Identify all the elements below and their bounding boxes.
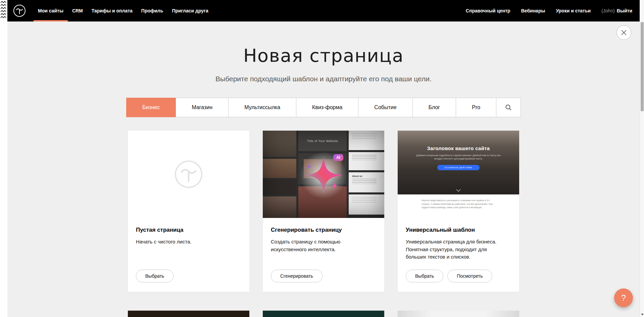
choose-button[interactable]: Выбрать (136, 270, 174, 282)
card-buttons: Выбрать Посмотреть (406, 270, 511, 282)
nav-item-webinars[interactable]: Вебинары (516, 0, 550, 21)
card-buttons: Сгенерировать (271, 270, 376, 282)
blank-page-preview (128, 131, 249, 218)
logout-link[interactable]: Выйти (617, 8, 632, 13)
preview-body: Коротко представьтесь и расскажите о ком… (398, 194, 519, 218)
close-button[interactable] (616, 25, 631, 40)
user-name: (John) (601, 8, 615, 13)
tab-event[interactable]: Событие (358, 98, 412, 117)
close-icon (621, 30, 627, 36)
partial-template-preview (128, 311, 249, 317)
help-button[interactable]: ? (614, 288, 633, 307)
nav-item-crm[interactable]: CRM (68, 0, 87, 21)
tab-quiz-form[interactable]: Квиз-форма (296, 98, 358, 117)
card-blank-page: Пустая страница Начать с чистого листа. … (128, 131, 249, 292)
nav-item-pricing[interactable]: Тарифы и оплата (87, 0, 137, 21)
preview-site-title: Заголовок вашего сайта (427, 145, 490, 151)
card-title: Сгенерировать страницу (271, 227, 376, 233)
preview-cover: Заголовок вашего сайта Добавьте интересн… (398, 131, 519, 194)
generate-button[interactable]: Сгенерировать (271, 270, 323, 282)
card-title: Универсальный шаблон (406, 227, 511, 233)
card-description: Универсальная страница для бизнеса. Поня… (406, 238, 506, 261)
ai-badge: AI (333, 154, 343, 161)
user-group: (John) Выйти (597, 0, 633, 21)
top-navbar: Мои сайты CRM Тарифы и оплата Профиль Пр… (7, 0, 640, 21)
card-partial (263, 311, 384, 317)
left-edge-strip (0, 0, 7, 317)
tilda-watermark-icon (173, 159, 204, 190)
vertical-scrollbar[interactable] (640, 0, 644, 317)
card-description: Создать страницу с помощью искусственног… (271, 238, 371, 253)
small-sparkle-icon (306, 164, 312, 169)
nav-item-lessons[interactable]: Уроки и статьи (551, 0, 595, 21)
tab-business[interactable]: Бизнес (126, 98, 176, 117)
partial-template-preview (398, 311, 519, 317)
card-description: Начать с чистого листа. (136, 238, 237, 246)
tab-pro[interactable]: Pro (456, 98, 496, 117)
template-cards-grid: Пустая страница Начать с чистого листа. … (128, 131, 519, 317)
preview-body-text: Коротко представьтесь и расскажите о ком… (422, 199, 495, 218)
search-icon (505, 104, 512, 111)
page-root: Мои сайты CRM Тарифы и оплата Профиль Пр… (7, 0, 640, 317)
nav-item-profile[interactable]: Профиль (137, 0, 168, 21)
tab-store[interactable]: Магазин (176, 98, 229, 117)
tab-multilink[interactable]: Мультиссылка (228, 98, 296, 117)
tilda-logo[interactable] (13, 4, 26, 17)
card-partial (398, 311, 519, 317)
universal-template-preview: Заголовок вашего сайта Добавьте интересн… (398, 131, 519, 218)
scrollbar-thumb[interactable] (641, 22, 644, 111)
nav-item-my-sites[interactable]: Мои сайты (34, 0, 68, 21)
tab-blog[interactable]: Блог (412, 98, 456, 117)
page-title: Новая страница (7, 45, 640, 66)
card-buttons: Выбрать (136, 270, 241, 282)
card-ai-generate: Title of Your Website About us (263, 131, 384, 292)
tilda-logo-icon (13, 4, 26, 17)
partial-template-preview (263, 311, 384, 317)
preview-cta-button: Основное действие (437, 165, 480, 170)
nav-item-help-center[interactable]: Справочный центр (461, 0, 515, 21)
card-body: Пустая страница Начать с чистого листа. … (128, 218, 249, 292)
card-body: Универсальный шаблон Универсальная стран… (398, 218, 519, 292)
nav-item-invite-friend[interactable]: Пригласи друга (167, 0, 212, 21)
card-title: Пустая страница (136, 227, 241, 233)
card-body: Сгенерировать страницу Создать страницу … (263, 218, 384, 292)
navbar-left-group: Мои сайты CRM Тарифы и оплата Профиль Пр… (34, 0, 213, 21)
page-subtitle: Выберите подходящий шаблон и адаптируйте… (7, 75, 640, 83)
view-button[interactable]: Посмотреть (447, 270, 492, 282)
chevron-down-icon (456, 189, 461, 192)
tab-search[interactable] (496, 98, 521, 117)
small-sparkle-icon (331, 182, 338, 189)
template-category-tabs: Бизнес Магазин Мультиссылка Квиз-форма С… (7, 98, 640, 117)
preview-site-subtitle: Добавьте интересные подробности о вашей … (415, 154, 502, 161)
card-universal-template: Заголовок вашего сайта Добавьте интересн… (398, 131, 519, 292)
navbar-right-group: Справочный центр Вебинары Уроки и статьи… (461, 0, 633, 21)
choose-button[interactable]: Выбрать (406, 270, 443, 282)
scrollbar-down-arrow-icon[interactable] (640, 312, 644, 317)
card-partial (128, 311, 249, 317)
zigzag-pattern-icon (0, 0, 7, 19)
ai-generate-preview: Title of Your Website About us (263, 131, 384, 218)
